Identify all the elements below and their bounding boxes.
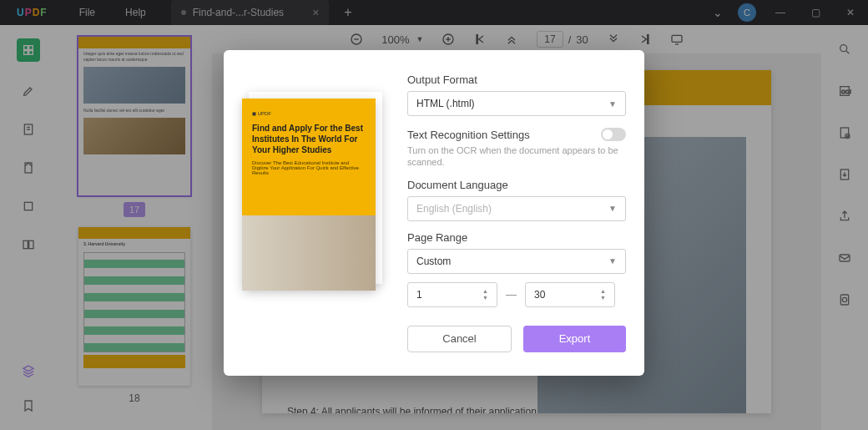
step-up-icon[interactable]: ▲ [482, 288, 488, 294]
preview-subtitle: Discover The Best Educational Institute … [252, 160, 366, 175]
output-format-label: Output Format [407, 73, 626, 86]
export-button[interactable]: Export [523, 326, 626, 352]
ocr-hint: Turn on the OCR when the document appear… [407, 144, 626, 169]
step-down-icon[interactable]: ▼ [600, 295, 606, 301]
language-select[interactable]: English (English)▼ [407, 196, 626, 221]
step-down-icon[interactable]: ▼ [482, 295, 488, 301]
modal-overlay: ◼ UPDF Find and Apply For the Best Insti… [0, 0, 868, 430]
range-separator: — [506, 288, 517, 301]
chevron-down-icon: ▼ [608, 99, 617, 109]
language-label: Document Language [407, 179, 626, 191]
range-from-input[interactable]: 1 ▲▼ [407, 282, 497, 307]
output-format-select[interactable]: HTML (.html)▼ [407, 91, 626, 116]
preview-title: Find and Apply For the Best Institutes I… [252, 123, 366, 155]
page-range-label: Page Range [407, 231, 626, 244]
ocr-toggle[interactable] [601, 128, 626, 141]
chevron-down-icon: ▼ [608, 256, 617, 266]
ocr-label: Text Recognition Settings [407, 129, 530, 141]
cancel-button[interactable]: Cancel [407, 326, 512, 352]
export-preview: ◼ UPDF Find and Apply For the Best Insti… [242, 73, 387, 352]
chevron-down-icon: ▼ [608, 204, 617, 213]
page-range-select[interactable]: Custom▼ [407, 249, 626, 274]
step-up-icon[interactable]: ▲ [600, 288, 606, 294]
export-dialog: ◼ UPDF Find and Apply For the Best Insti… [224, 50, 644, 376]
range-to-input[interactable]: 30 ▲▼ [525, 282, 615, 307]
